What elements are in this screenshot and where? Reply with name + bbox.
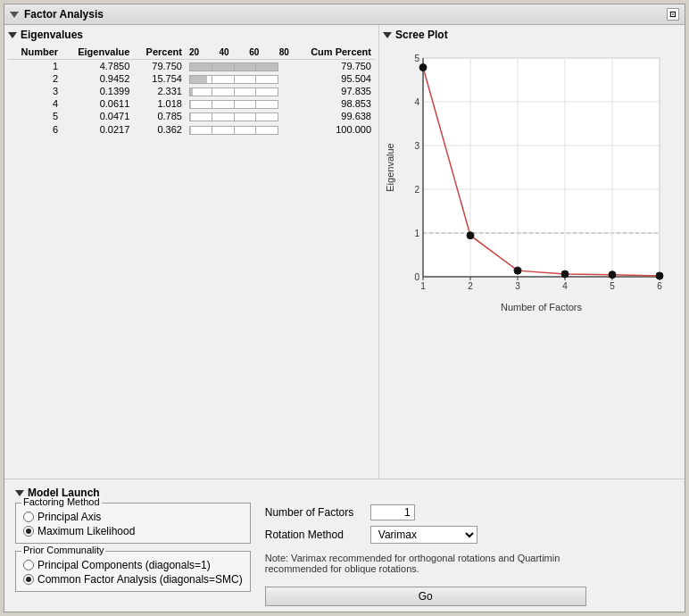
bar-container	[189, 87, 278, 96]
cell-percent: 0.785	[133, 110, 186, 122]
cell-bar	[186, 60, 293, 73]
radio-principal-components-circle[interactable]	[23, 560, 34, 570]
radio-principal-axis-label: Principal Axis	[37, 511, 101, 523]
svg-text:Eigenvalue: Eigenvalue	[385, 143, 395, 191]
cell-percent: 2.331	[133, 85, 186, 97]
bar-container	[189, 100, 278, 109]
cell-eigenvalue: 0.0471	[62, 110, 133, 122]
bar-fill	[190, 76, 207, 83]
bar-axis-60	[255, 63, 256, 71]
bar-container	[189, 112, 278, 121]
scree-title: Scree Plot	[383, 29, 681, 41]
cell-bar	[186, 85, 293, 97]
svg-point-39	[656, 272, 663, 279]
col-bar: 20 40 60 80	[186, 45, 293, 60]
model-launch-left: Factoring Method Principal Axis Maximum …	[15, 503, 251, 592]
radio-principal-components-label: Principal Components (diagonals=1)	[37, 559, 211, 571]
svg-text:Number of Factors: Number of Factors	[501, 302, 583, 312]
col-percent: Percent	[133, 45, 186, 60]
table-row: 4 0.0611 1.018 98.853	[8, 97, 375, 110]
scree-svg: 012345123456EigenvalueNumber of Factors	[383, 45, 677, 321]
col-number: Number	[8, 45, 62, 60]
radio-maximum-likelihood-label: Maximum Likelihood	[37, 525, 135, 537]
bar-axis-40	[234, 127, 235, 134]
bar-container	[189, 62, 278, 71]
panel-header: Factor Analysis ⊡	[4, 4, 685, 25]
svg-text:5: 5	[610, 281, 615, 291]
go-button[interactable]: Go	[265, 587, 586, 606]
bar-axis-60	[255, 127, 256, 134]
cell-eigenvalue: 0.0217	[62, 122, 133, 135]
factoring-method-legend: Factoring Method	[21, 496, 102, 507]
bar-axis-20	[212, 76, 212, 83]
number-of-factors-label: Number of Factors	[265, 506, 363, 519]
col-cum-percent: Cum Percent	[293, 45, 375, 60]
svg-text:2: 2	[468, 281, 473, 291]
eigenvalues-title: Eigenvalues	[8, 29, 375, 41]
bar-axis-40	[234, 101, 235, 108]
cell-eigenvalue: 0.1399	[62, 85, 133, 97]
bar-container	[189, 126, 278, 135]
bar-axis-40	[234, 63, 235, 71]
svg-text:5: 5	[414, 54, 419, 63]
bar-axis-40	[234, 113, 235, 121]
bar-axis-20	[212, 63, 212, 71]
note-text: Note: Varimax recommended for orthogonal…	[265, 553, 586, 574]
number-of-factors-input[interactable]	[370, 504, 415, 520]
cell-eigenvalue: 0.0611	[62, 97, 133, 110]
cell-number: 4	[8, 97, 62, 110]
radio-common-factor-circle[interactable]	[23, 574, 34, 585]
number-of-factors-row: Number of Factors	[265, 504, 586, 520]
cell-cum-percent: 98.853	[293, 97, 375, 110]
svg-point-37	[561, 271, 569, 278]
svg-text:6: 6	[657, 281, 662, 291]
radio-principal-axis-circle[interactable]	[23, 512, 34, 522]
prior-communality-legend: Prior Communality	[21, 545, 105, 555]
scree-section: Scree Plot 012345123456EigenvalueNumber …	[379, 25, 685, 479]
rotation-method-select[interactable]: Varimax Quartimax Equamax Oblimin None	[370, 526, 477, 544]
svg-text:1: 1	[414, 229, 419, 238]
radio-principal-components[interactable]: Principal Components (diagonals=1)	[23, 559, 243, 571]
cell-cum-percent: 97.835	[293, 85, 375, 97]
window-icon[interactable]: ⊡	[667, 8, 679, 21]
table-row: 1 4.7850 79.750 79.750	[8, 60, 375, 73]
model-launch-inner: Factoring Method Principal Axis Maximum …	[15, 503, 674, 606]
cell-bar	[186, 97, 293, 110]
radio-common-factor[interactable]: Common Factor Analysis (diagonals=SMC)	[23, 573, 243, 586]
prior-communality-group: Prior Communality Principal Components (…	[15, 551, 251, 592]
table-row: 6 0.0217 0.362 100.000	[8, 122, 375, 135]
svg-text:3: 3	[414, 141, 419, 151]
scree-plot-area: 012345123456EigenvalueNumber of Factors	[383, 45, 677, 321]
svg-text:0: 0	[414, 272, 419, 282]
eigenvalues-section: Eigenvalues Number Eigenvalue Percent 20…	[4, 25, 379, 479]
cell-number: 5	[8, 110, 62, 122]
cell-percent: 79.750	[133, 60, 186, 73]
bar-axis-20	[212, 88, 212, 96]
cell-eigenvalue: 4.7850	[62, 60, 133, 73]
cell-cum-percent: 100.000	[293, 122, 375, 135]
panel-body: Eigenvalues Number Eigenvalue Percent 20…	[4, 25, 685, 612]
bar-fill	[190, 101, 191, 108]
bar-axis-60	[255, 113, 256, 121]
cell-percent: 0.362	[133, 122, 186, 135]
radio-maximum-likelihood-circle[interactable]	[23, 526, 34, 537]
cell-number: 6	[8, 122, 62, 135]
model-launch-right: Number of Factors Rotation Method Varima…	[265, 503, 586, 606]
scree-collapse-icon[interactable]	[383, 32, 392, 38]
radio-common-factor-label: Common Factor Analysis (diagonals=SMC)	[37, 573, 243, 586]
cell-bar	[186, 72, 293, 85]
cell-cum-percent: 95.504	[293, 72, 375, 85]
collapse-icon[interactable]	[10, 12, 19, 18]
model-launch-title: Model Launch	[15, 487, 674, 499]
eigenvalues-collapse-icon[interactable]	[8, 32, 17, 38]
bar-axis-60	[255, 88, 256, 96]
bar-container	[189, 75, 278, 84]
radio-maximum-likelihood[interactable]: Maximum Likelihood	[23, 525, 243, 537]
radio-principal-axis[interactable]: Principal Axis	[23, 511, 243, 523]
cell-number: 3	[8, 85, 62, 97]
cell-cum-percent: 99.638	[293, 110, 375, 122]
cell-number: 1	[8, 60, 62, 73]
model-launch-section: Model Launch Factoring Method Principal …	[4, 479, 685, 612]
model-launch-collapse-icon[interactable]	[15, 490, 24, 496]
cell-number: 2	[8, 72, 62, 85]
